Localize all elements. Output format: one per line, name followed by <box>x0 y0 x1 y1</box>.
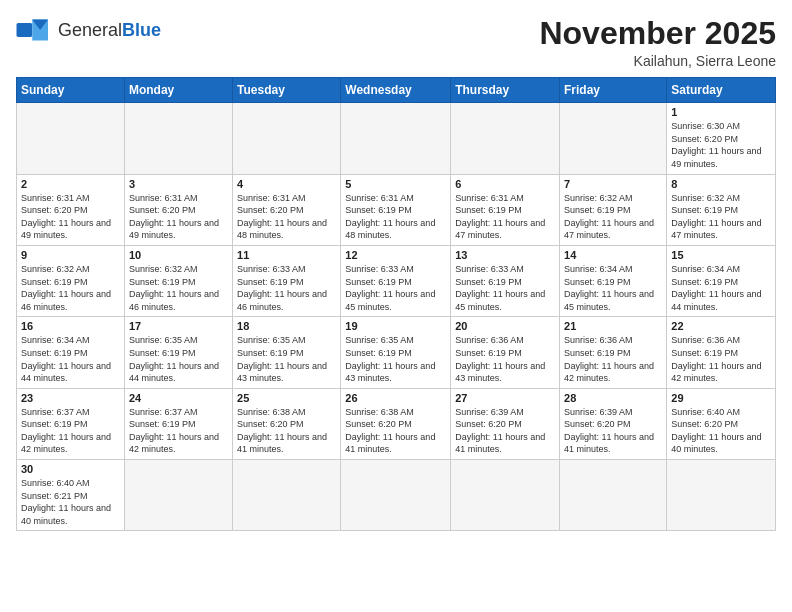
day-number: 30 <box>21 463 120 475</box>
day-number: 24 <box>129 392 228 404</box>
calendar-day-cell: 11Sunrise: 6:33 AM Sunset: 6:19 PM Dayli… <box>233 245 341 316</box>
calendar-day-cell <box>233 103 341 174</box>
calendar-day-header: Tuesday <box>233 78 341 103</box>
calendar-day-cell: 5Sunrise: 6:31 AM Sunset: 6:19 PM Daylig… <box>341 174 451 245</box>
day-info: Sunrise: 6:33 AM Sunset: 6:19 PM Dayligh… <box>345 263 446 313</box>
day-info: Sunrise: 6:37 AM Sunset: 6:19 PM Dayligh… <box>129 406 228 456</box>
day-info: Sunrise: 6:38 AM Sunset: 6:20 PM Dayligh… <box>237 406 336 456</box>
calendar-table: SundayMondayTuesdayWednesdayThursdayFrid… <box>16 77 776 531</box>
day-number: 14 <box>564 249 662 261</box>
calendar-day-cell: 14Sunrise: 6:34 AM Sunset: 6:19 PM Dayli… <box>560 245 667 316</box>
day-number: 20 <box>455 320 555 332</box>
day-info: Sunrise: 6:36 AM Sunset: 6:19 PM Dayligh… <box>564 334 662 384</box>
calendar-day-cell: 9Sunrise: 6:32 AM Sunset: 6:19 PM Daylig… <box>17 245 125 316</box>
day-number: 21 <box>564 320 662 332</box>
calendar-day-cell <box>124 103 232 174</box>
calendar-day-cell: 10Sunrise: 6:32 AM Sunset: 6:19 PM Dayli… <box>124 245 232 316</box>
day-number: 15 <box>671 249 771 261</box>
calendar-day-cell: 13Sunrise: 6:33 AM Sunset: 6:19 PM Dayli… <box>451 245 560 316</box>
day-info: Sunrise: 6:32 AM Sunset: 6:19 PM Dayligh… <box>671 192 771 242</box>
day-info: Sunrise: 6:40 AM Sunset: 6:21 PM Dayligh… <box>21 477 120 527</box>
day-info: Sunrise: 6:32 AM Sunset: 6:19 PM Dayligh… <box>129 263 228 313</box>
day-info: Sunrise: 6:31 AM Sunset: 6:20 PM Dayligh… <box>129 192 228 242</box>
calendar-day-cell <box>667 460 776 531</box>
day-number: 27 <box>455 392 555 404</box>
calendar-day-cell: 2Sunrise: 6:31 AM Sunset: 6:20 PM Daylig… <box>17 174 125 245</box>
calendar-day-cell <box>560 460 667 531</box>
calendar-week-row: 1Sunrise: 6:30 AM Sunset: 6:20 PM Daylig… <box>17 103 776 174</box>
day-info: Sunrise: 6:31 AM Sunset: 6:19 PM Dayligh… <box>345 192 446 242</box>
calendar-day-header: Thursday <box>451 78 560 103</box>
calendar-week-row: 30Sunrise: 6:40 AM Sunset: 6:21 PM Dayli… <box>17 460 776 531</box>
day-number: 28 <box>564 392 662 404</box>
calendar-day-cell: 3Sunrise: 6:31 AM Sunset: 6:20 PM Daylig… <box>124 174 232 245</box>
day-number: 19 <box>345 320 446 332</box>
calendar-day-cell: 20Sunrise: 6:36 AM Sunset: 6:19 PM Dayli… <box>451 317 560 388</box>
day-info: Sunrise: 6:37 AM Sunset: 6:19 PM Dayligh… <box>21 406 120 456</box>
calendar-day-cell <box>341 103 451 174</box>
day-number: 13 <box>455 249 555 261</box>
calendar-day-cell: 22Sunrise: 6:36 AM Sunset: 6:19 PM Dayli… <box>667 317 776 388</box>
day-number: 8 <box>671 178 771 190</box>
calendar-week-row: 23Sunrise: 6:37 AM Sunset: 6:19 PM Dayli… <box>17 388 776 459</box>
calendar-day-cell <box>124 460 232 531</box>
day-number: 3 <box>129 178 228 190</box>
calendar-week-row: 9Sunrise: 6:32 AM Sunset: 6:19 PM Daylig… <box>17 245 776 316</box>
day-number: 17 <box>129 320 228 332</box>
day-info: Sunrise: 6:32 AM Sunset: 6:19 PM Dayligh… <box>21 263 120 313</box>
day-info: Sunrise: 6:33 AM Sunset: 6:19 PM Dayligh… <box>237 263 336 313</box>
calendar-day-cell <box>341 460 451 531</box>
calendar-day-cell <box>451 103 560 174</box>
logo-general: General <box>58 20 122 40</box>
logo: GeneralBlue <box>16 16 161 44</box>
day-number: 5 <box>345 178 446 190</box>
day-info: Sunrise: 6:32 AM Sunset: 6:19 PM Dayligh… <box>564 192 662 242</box>
calendar-day-cell <box>233 460 341 531</box>
calendar-day-cell <box>560 103 667 174</box>
calendar-day-cell: 24Sunrise: 6:37 AM Sunset: 6:19 PM Dayli… <box>124 388 232 459</box>
calendar-day-header: Sunday <box>17 78 125 103</box>
calendar-day-cell: 8Sunrise: 6:32 AM Sunset: 6:19 PM Daylig… <box>667 174 776 245</box>
generalblue-logo-icon <box>16 16 52 44</box>
day-number: 22 <box>671 320 771 332</box>
calendar-header-row: SundayMondayTuesdayWednesdayThursdayFrid… <box>17 78 776 103</box>
day-info: Sunrise: 6:35 AM Sunset: 6:19 PM Dayligh… <box>129 334 228 384</box>
day-number: 12 <box>345 249 446 261</box>
day-number: 16 <box>21 320 120 332</box>
calendar-day-cell: 16Sunrise: 6:34 AM Sunset: 6:19 PM Dayli… <box>17 317 125 388</box>
day-number: 7 <box>564 178 662 190</box>
calendar-day-cell: 27Sunrise: 6:39 AM Sunset: 6:20 PM Dayli… <box>451 388 560 459</box>
header: GeneralBlue November 2025 Kailahun, Sier… <box>16 16 776 69</box>
logo-blue: Blue <box>122 20 161 40</box>
calendar-day-cell: 17Sunrise: 6:35 AM Sunset: 6:19 PM Dayli… <box>124 317 232 388</box>
day-number: 9 <box>21 249 120 261</box>
day-number: 2 <box>21 178 120 190</box>
calendar-day-cell: 1Sunrise: 6:30 AM Sunset: 6:20 PM Daylig… <box>667 103 776 174</box>
calendar-day-cell: 12Sunrise: 6:33 AM Sunset: 6:19 PM Dayli… <box>341 245 451 316</box>
calendar-day-cell: 26Sunrise: 6:38 AM Sunset: 6:20 PM Dayli… <box>341 388 451 459</box>
calendar-day-cell: 6Sunrise: 6:31 AM Sunset: 6:19 PM Daylig… <box>451 174 560 245</box>
calendar-day-cell: 7Sunrise: 6:32 AM Sunset: 6:19 PM Daylig… <box>560 174 667 245</box>
svg-rect-0 <box>17 23 33 37</box>
day-info: Sunrise: 6:40 AM Sunset: 6:20 PM Dayligh… <box>671 406 771 456</box>
day-info: Sunrise: 6:35 AM Sunset: 6:19 PM Dayligh… <box>345 334 446 384</box>
calendar-day-cell: 21Sunrise: 6:36 AM Sunset: 6:19 PM Dayli… <box>560 317 667 388</box>
day-info: Sunrise: 6:31 AM Sunset: 6:19 PM Dayligh… <box>455 192 555 242</box>
day-info: Sunrise: 6:34 AM Sunset: 6:19 PM Dayligh… <box>21 334 120 384</box>
day-number: 29 <box>671 392 771 404</box>
day-number: 4 <box>237 178 336 190</box>
day-info: Sunrise: 6:34 AM Sunset: 6:19 PM Dayligh… <box>671 263 771 313</box>
calendar-day-cell: 28Sunrise: 6:39 AM Sunset: 6:20 PM Dayli… <box>560 388 667 459</box>
day-number: 1 <box>671 106 771 118</box>
location: Kailahun, Sierra Leone <box>539 53 776 69</box>
calendar-day-cell <box>451 460 560 531</box>
day-info: Sunrise: 6:39 AM Sunset: 6:20 PM Dayligh… <box>564 406 662 456</box>
calendar-day-cell: 29Sunrise: 6:40 AM Sunset: 6:20 PM Dayli… <box>667 388 776 459</box>
day-info: Sunrise: 6:30 AM Sunset: 6:20 PM Dayligh… <box>671 120 771 170</box>
day-info: Sunrise: 6:31 AM Sunset: 6:20 PM Dayligh… <box>21 192 120 242</box>
day-info: Sunrise: 6:35 AM Sunset: 6:19 PM Dayligh… <box>237 334 336 384</box>
calendar-day-cell: 23Sunrise: 6:37 AM Sunset: 6:19 PM Dayli… <box>17 388 125 459</box>
day-info: Sunrise: 6:33 AM Sunset: 6:19 PM Dayligh… <box>455 263 555 313</box>
day-info: Sunrise: 6:36 AM Sunset: 6:19 PM Dayligh… <box>455 334 555 384</box>
day-number: 10 <box>129 249 228 261</box>
